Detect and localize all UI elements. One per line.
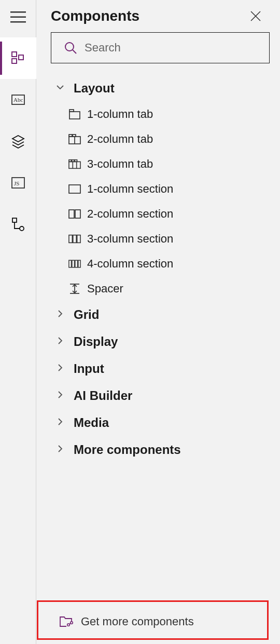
chevron-right-icon [56,310,67,320]
chevron-down-icon [56,83,64,91]
sec3-icon [68,233,81,245]
group-title: AI Builder [74,388,132,403]
svg-rect-31 [75,210,80,218]
svg-rect-0 [10,11,26,13]
rail-js[interactable]: JS [0,162,36,204]
chevron-right-icon [56,418,64,426]
component-item-label: 3-column tab [87,157,153,171]
svg-text:JS: JS [14,180,19,186]
hamburger-icon [10,11,26,23]
group-title: Input [74,361,104,376]
tab2-icon [68,133,81,145]
svg-rect-30 [69,210,74,218]
chevron-right-icon [56,391,67,401]
svg-rect-26 [75,160,77,162]
get-more-components-label: Get more components [81,615,194,628]
rail-text-box[interactable]: Abc [0,79,36,120]
component-item[interactable]: 3-column tab [68,152,270,177]
tab1-icon [68,108,81,120]
hamburger-menu[interactable] [5,6,31,28]
component-item-label: 2-column section [87,207,173,221]
component-item-label: 1-column tab [87,108,153,121]
spacer-icon [68,283,81,295]
svg-rect-34 [77,235,80,243]
group-header[interactable]: AI Builder [51,382,270,409]
svg-marker-8 [12,136,24,142]
svg-rect-38 [78,260,80,267]
group-children: 1-column tab2-column tab3-column tab1-co… [68,102,270,301]
svg-line-16 [73,50,76,53]
chevron-right-icon [56,337,64,345]
chevron-right-icon [56,310,64,318]
component-item-label: Spacer [87,282,123,296]
component-item-label: 2-column tab [87,132,153,146]
folder-link-icon [59,615,74,628]
components-icon [11,51,25,65]
svg-rect-1 [10,17,26,18]
svg-rect-36 [72,260,75,267]
tree-structure-icon [11,217,25,232]
svg-rect-20 [69,135,72,137]
left-nav-rail: Abc JS [0,0,36,644]
panel-title: Components [51,8,139,24]
chevron-right-icon [56,418,67,428]
components-panel: Components Layout1-column tab2-column ta… [36,0,280,644]
svg-rect-23 [69,162,80,168]
group-header[interactable]: Media [51,409,270,436]
svg-rect-17 [69,112,80,119]
close-button[interactable] [247,7,264,25]
svg-rect-37 [75,260,78,267]
component-item[interactable]: 2-column tab [68,127,270,152]
group-header[interactable]: Display [51,328,270,355]
chevron-down-icon [56,83,67,93]
rail-layers[interactable] [0,120,36,162]
group-header[interactable]: Grid [51,301,270,328]
search-box[interactable] [51,32,270,63]
text-box-icon: Abc [11,95,25,105]
chevron-right-icon [56,364,67,374]
svg-rect-24 [69,160,72,162]
svg-rect-18 [69,110,74,112]
rail-tree-structure[interactable] [0,204,36,245]
component-item[interactable]: 3-column section [68,226,270,251]
group-header[interactable]: More components [51,436,270,463]
sec4-icon [68,258,81,270]
svg-rect-35 [69,260,72,267]
chevron-right-icon [56,445,67,455]
js-file-icon: JS [11,177,25,189]
component-item[interactable]: 1-column section [68,177,270,202]
component-item-label: 3-column section [87,232,173,246]
rail-components[interactable] [0,37,36,79]
component-item[interactable]: 4-column section [68,251,270,276]
component-item[interactable]: 2-column section [68,202,270,226]
tab3-icon [68,158,81,170]
sec1-icon [68,183,81,195]
search-input[interactable] [85,41,269,55]
layers-icon [11,134,25,149]
group-header[interactable]: Layout [51,75,270,102]
chevron-right-icon [56,337,67,347]
group-title: Display [74,334,118,349]
svg-rect-32 [69,235,72,243]
svg-rect-33 [73,235,76,243]
component-item-label: 1-column section [87,182,173,196]
svg-rect-5 [19,55,23,60]
get-more-components-button[interactable]: Get more components [51,606,270,638]
svg-point-42 [67,624,70,626]
chevron-right-icon [56,445,64,453]
svg-line-44 [69,623,71,624]
component-item-label: 4-column section [87,257,173,271]
component-item[interactable]: 1-column tab [68,102,270,127]
component-tree: Layout1-column tab2-column tab3-column t… [51,75,270,606]
close-icon [250,10,261,22]
search-icon [64,41,77,55]
svg-rect-29 [69,185,80,193]
group-title: Layout [74,81,115,96]
group-header[interactable]: Input [51,355,270,382]
component-item[interactable]: Spacer [68,276,270,301]
svg-rect-11 [12,218,17,222]
svg-rect-21 [73,135,76,137]
panel-header: Components [51,4,270,32]
group-title: Grid [74,307,99,322]
svg-rect-4 [12,59,17,63]
